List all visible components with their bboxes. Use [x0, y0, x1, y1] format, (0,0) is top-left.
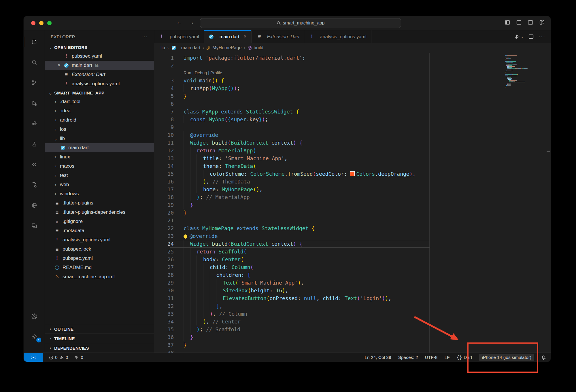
open-editor-extension-dart[interactable]: ≣Extension: Dart: [45, 70, 154, 79]
file--metadata[interactable]: ≣.metadata: [45, 226, 154, 235]
breadcrumb-build[interactable]: build: [248, 45, 263, 50]
explorer-icon[interactable]: [24, 34, 45, 49]
customize-layout-icon[interactable]: [539, 20, 545, 25]
open-editor-pubspec-yaml[interactable]: !pubspec.yaml: [45, 52, 154, 61]
code-editor[interactable]: 1import 'package:flutter/material.dart';…: [154, 53, 551, 353]
file--gitignore[interactable]: ◈.gitignore: [45, 217, 154, 226]
cursor-position[interactable]: Ln 24, Col 39: [365, 355, 391, 360]
tab-analysis-options-yaml[interactable]: !analysis_options.yaml: [304, 30, 371, 43]
code-line-26: 26 body: Center(: [154, 255, 551, 263]
account-icon[interactable]: [24, 309, 45, 324]
file-analysis-options-yaml[interactable]: !analysis_options.yaml: [45, 235, 154, 245]
list-file-icon: ≣: [54, 228, 60, 233]
run-debug-dropdown-icon[interactable]: ⌄: [515, 34, 524, 39]
encoding[interactable]: UTF-8: [425, 355, 438, 360]
section-outline[interactable]: ›OUTLINE: [45, 324, 154, 334]
file-smart-machine-app-iml[interactable]: smart_machine_app.iml: [45, 272, 154, 281]
folder-web[interactable]: ›web: [45, 180, 154, 189]
current-line-highlight: [170, 240, 430, 248]
toggle-sidebar-right-icon[interactable]: [528, 20, 533, 25]
open-editor-main-dart[interactable]: ×main.dartlib: [45, 61, 154, 70]
minimize-window-button[interactable]: [39, 21, 44, 25]
warning-file-icon: !: [54, 237, 60, 243]
breadcrumb-myhomepage[interactable]: MyHomePage: [206, 45, 241, 50]
toggle-panel-bottom-icon[interactable]: [516, 20, 522, 25]
line-number: 2: [154, 62, 174, 69]
warning-icon: [59, 355, 64, 360]
folder--dart-tool[interactable]: ›.dart_tool: [45, 97, 154, 106]
code-line-12: 12 return MaterialApp(: [154, 147, 551, 154]
open-editor-analysis-options-yaml[interactable]: !analysis_options.yaml: [45, 79, 154, 88]
minimap[interactable]: [505, 55, 540, 89]
open-editors-header[interactable]: ⌄ OPEN EDITORS: [45, 43, 154, 52]
codelens-run-debug-profile[interactable]: Run | Debug | Profile: [184, 69, 551, 77]
tab-main-dart[interactable]: main.dart×: [204, 30, 252, 43]
folder-windows[interactable]: ›windows: [45, 189, 154, 198]
warning-file-icon: !: [54, 256, 60, 261]
tab-extension-dart[interactable]: ≣Extension: Dart: [252, 30, 305, 43]
line-number: 6: [154, 100, 174, 108]
device-selector[interactable]: iPhone 14 (ios simulator): [479, 354, 534, 361]
file-pubspec-lock[interactable]: ≣pubspec.lock: [45, 245, 154, 254]
file--flutter-plugins[interactable]: ≣.flutter-plugins: [45, 198, 154, 208]
code-line-23: 23@override: [154, 232, 551, 240]
source-control-icon[interactable]: [24, 75, 45, 90]
breadcrumb-lib[interactable]: lib: [160, 45, 165, 50]
breadcrumb-main-dart[interactable]: main.dart: [171, 45, 201, 50]
line-number: 30: [154, 287, 174, 294]
tab-bar: !pubspec.yamlmain.dart×≣Extension: Dart!…: [154, 30, 551, 43]
folder-linux[interactable]: ›linux: [45, 152, 154, 162]
eol-sequence[interactable]: LF: [444, 355, 450, 360]
folder--idea[interactable]: ›.idea: [45, 106, 154, 115]
more-actions-icon[interactable]: ···: [539, 34, 545, 40]
close-tab-icon[interactable]: ×: [244, 34, 247, 39]
testing-icon[interactable]: [24, 137, 45, 152]
project-root-header[interactable]: ⌄ SMART_MACHINE_APP: [45, 88, 154, 97]
feedback-indicator[interactable]: 0: [74, 355, 83, 360]
file-settings-icon[interactable]: [24, 177, 45, 192]
file-pubspec-yaml[interactable]: !pubspec.yaml: [45, 254, 154, 263]
zoom-window-button[interactable]: [47, 21, 52, 25]
file-readme-md[interactable]: ⓘREADME.md: [45, 263, 154, 272]
close-window-button[interactable]: [31, 21, 35, 25]
problems-indicator[interactable]: 0 0: [49, 355, 68, 360]
references-icon[interactable]: [24, 157, 45, 172]
line-number: 13: [154, 154, 174, 162]
language-mode[interactable]: {} Dart: [457, 355, 472, 360]
chevron-right-icon: ›: [48, 346, 52, 350]
folder-ios[interactable]: ›ios: [45, 125, 154, 134]
close-editor-icon[interactable]: ×: [55, 63, 63, 68]
folder-android[interactable]: ›android: [45, 115, 154, 125]
indentation[interactable]: Spaces: 2: [398, 355, 418, 360]
globe-icon[interactable]: [24, 198, 45, 213]
tab-pubspec-yaml[interactable]: !pubspec.yaml: [154, 30, 204, 43]
extensions-icon[interactable]: [24, 116, 45, 131]
notifications-bell-icon[interactable]: [541, 355, 546, 360]
file-main-dart[interactable]: main.dart: [45, 143, 154, 152]
code-line-35: 35 ); // Scaffold: [154, 325, 551, 333]
back-arrow-button[interactable]: ←: [176, 19, 182, 26]
folder-macos[interactable]: ›macos: [45, 162, 154, 171]
search-icon[interactable]: [24, 55, 45, 70]
chevron-right-icon: ›: [48, 327, 52, 331]
forward-arrow-button[interactable]: →: [188, 19, 194, 26]
explorer-more-actions[interactable]: ···: [141, 34, 148, 40]
remote-indicator[interactable]: ><: [24, 353, 43, 362]
scrollbar-thumb[interactable]: [547, 151, 550, 152]
line-number: 10: [154, 131, 174, 139]
folder-lib[interactable]: ⌄lib: [45, 134, 154, 143]
line-number: 33: [154, 310, 174, 318]
command-center-search[interactable]: smart_machine_app: [200, 18, 401, 28]
folder-test[interactable]: ›test: [45, 171, 154, 180]
run-debug-icon[interactable]: [24, 96, 45, 111]
chevron-right-icon: ›: [54, 155, 58, 159]
toggle-sidebar-left-icon[interactable]: [505, 20, 510, 25]
file--flutter-plugins-dependencies[interactable]: ≣.flutter-plugins-dependencies: [45, 208, 154, 217]
section-timeline[interactable]: ›TIMELINE: [45, 334, 154, 343]
split-editor-icon[interactable]: [528, 34, 534, 39]
remote-explorer-icon[interactable]: [24, 218, 45, 233]
section-dependencies[interactable]: ›DEPENDENCIES: [45, 343, 154, 353]
code-line-15: 15 colorScheme: ColorScheme.fromSeed(see…: [154, 170, 551, 178]
settings-gear-icon[interactable]: 1: [24, 329, 45, 344]
lightbulb-icon[interactable]: [184, 234, 187, 238]
